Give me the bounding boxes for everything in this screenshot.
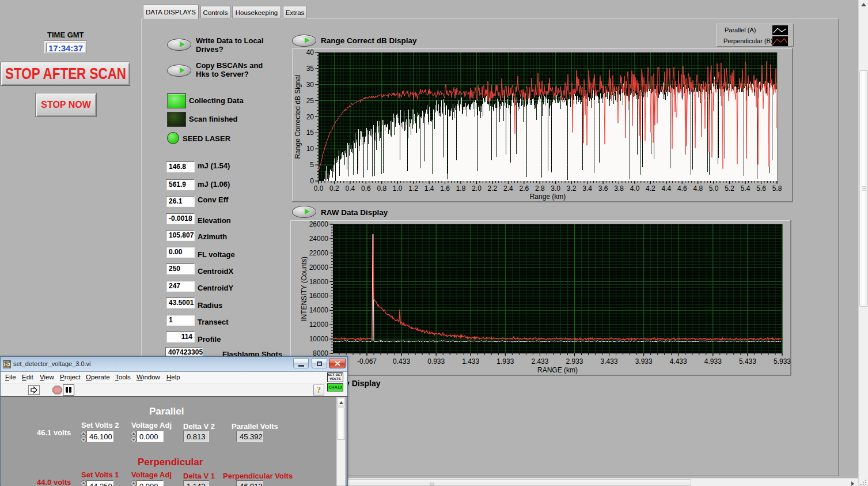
svg-text:5.2: 5.2 bbox=[725, 184, 734, 193]
svg-text:24000: 24000 bbox=[309, 235, 329, 243]
svg-text:15: 15 bbox=[306, 129, 314, 137]
svg-text:2.8: 2.8 bbox=[535, 184, 545, 193]
svg-text:2.6: 2.6 bbox=[519, 184, 529, 193]
svg-text:3.933: 3.933 bbox=[635, 357, 653, 366]
svg-text:2.0: 2.0 bbox=[472, 184, 482, 193]
svg-text:Range (km): Range (km) bbox=[530, 193, 566, 201]
svg-text:16000: 16000 bbox=[309, 292, 329, 300]
svg-text:0.6: 0.6 bbox=[361, 184, 371, 193]
svg-text:5: 5 bbox=[310, 161, 314, 169]
svg-text:5.0: 5.0 bbox=[709, 184, 719, 193]
svg-text:26000: 26000 bbox=[309, 220, 329, 228]
svg-text:0.2: 0.2 bbox=[329, 184, 339, 193]
svg-text:3.8: 3.8 bbox=[614, 184, 624, 193]
svg-text:25: 25 bbox=[306, 97, 314, 105]
svg-text:1.2: 1.2 bbox=[408, 184, 418, 193]
svg-text:30: 30 bbox=[306, 81, 314, 89]
svg-text:4.933: 4.933 bbox=[704, 357, 722, 366]
svg-text:Range Corrected dB Signal: Range Corrected dB Signal bbox=[294, 74, 302, 159]
svg-text:1.933: 1.933 bbox=[496, 357, 514, 366]
svg-text:20000: 20000 bbox=[309, 263, 329, 272]
svg-text:0.0: 0.0 bbox=[314, 184, 324, 193]
svg-text:2.2: 2.2 bbox=[488, 184, 498, 193]
svg-text:0: 0 bbox=[310, 177, 314, 185]
svg-text:22000: 22000 bbox=[309, 249, 329, 257]
svg-text:1.6: 1.6 bbox=[440, 184, 450, 193]
svg-text:5.933: 5.933 bbox=[774, 357, 791, 366]
svg-text:4.4: 4.4 bbox=[662, 184, 672, 193]
svg-text:5.6: 5.6 bbox=[756, 184, 766, 193]
svg-text:2.433: 2.433 bbox=[531, 357, 548, 366]
svg-text:3.433: 3.433 bbox=[601, 357, 618, 366]
svg-text:1.8: 1.8 bbox=[456, 184, 466, 193]
svg-text:3.4: 3.4 bbox=[582, 184, 592, 193]
svg-text:3.6: 3.6 bbox=[598, 184, 608, 193]
svg-text:4.0: 4.0 bbox=[630, 184, 640, 193]
svg-text:40: 40 bbox=[306, 48, 314, 56]
svg-text:5.8: 5.8 bbox=[772, 184, 782, 193]
svg-text:35: 35 bbox=[306, 65, 314, 73]
svg-text:5.433: 5.433 bbox=[739, 357, 756, 366]
svg-text:20: 20 bbox=[306, 113, 314, 121]
svg-text:18000: 18000 bbox=[309, 278, 329, 286]
svg-text:2.4: 2.4 bbox=[503, 184, 513, 193]
svg-text:INTENSITY (Counts): INTENSITY (Counts) bbox=[300, 257, 308, 321]
svg-text:14000: 14000 bbox=[309, 306, 329, 314]
svg-text:3.2: 3.2 bbox=[567, 184, 577, 193]
svg-text:0.8: 0.8 bbox=[377, 184, 386, 193]
svg-text:RANGE (km): RANGE (km) bbox=[537, 366, 578, 374]
svg-text:4.433: 4.433 bbox=[670, 357, 687, 366]
svg-text:2.933: 2.933 bbox=[566, 357, 583, 366]
svg-text:5.4: 5.4 bbox=[741, 184, 751, 193]
svg-text:4.8: 4.8 bbox=[693, 184, 703, 193]
svg-text:4.6: 4.6 bbox=[677, 184, 687, 193]
svg-text:0.433: 0.433 bbox=[393, 357, 410, 366]
svg-text:1.0: 1.0 bbox=[393, 184, 403, 193]
svg-text:10: 10 bbox=[306, 145, 314, 153]
svg-text:12000: 12000 bbox=[309, 321, 329, 329]
svg-text:-0.067: -0.067 bbox=[357, 357, 377, 366]
svg-text:3.0: 3.0 bbox=[551, 184, 560, 193]
svg-text:10000: 10000 bbox=[309, 335, 329, 343]
svg-text:0.4: 0.4 bbox=[346, 184, 355, 193]
svg-text:0.933: 0.933 bbox=[427, 357, 445, 366]
svg-text:1.4: 1.4 bbox=[424, 184, 434, 193]
svg-text:4.2: 4.2 bbox=[646, 184, 655, 193]
svg-text:1.433: 1.433 bbox=[462, 357, 479, 366]
